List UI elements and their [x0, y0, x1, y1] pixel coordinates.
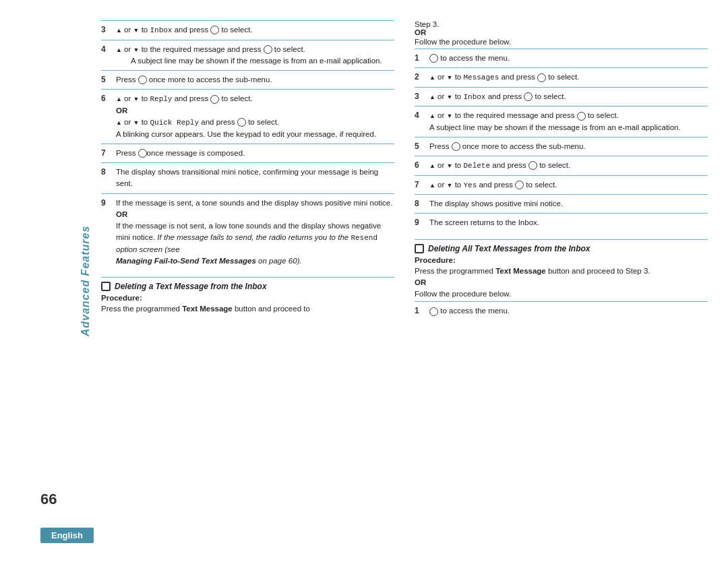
arrow-down-icon	[133, 94, 140, 102]
ok-btn-icon	[237, 118, 246, 127]
r2-step-1: 1 to access the menu.	[415, 301, 708, 320]
procedure-label: Procedure:	[101, 294, 394, 302]
ok-btn-icon	[515, 181, 524, 189]
ok-btn-icon	[264, 45, 272, 54]
step-9: 9 If the message is sent, a tone sounds …	[101, 193, 394, 271]
step-3-content: or to Inbox and press to select.	[116, 24, 394, 36]
r-step-1-content: to access the menu.	[429, 53, 708, 64]
arrow-up-icon	[429, 92, 435, 100]
r-step-num-2: 2	[415, 71, 425, 82]
main-content: 3 or to Inbox and press to select. 4 or …	[101, 20, 708, 549]
ok-btn-icon	[429, 54, 438, 63]
managing-link: Managing Fail-to-Send Text Messages	[116, 257, 256, 265]
ok-btn-icon	[210, 26, 219, 34]
sidebar-label: Advanced Features	[80, 226, 92, 337]
ok-btn-icon	[524, 92, 533, 101]
r-step-num-1: 1	[415, 53, 425, 63]
r-or-label: OR	[415, 278, 426, 286]
r2-step-num-1: 1	[415, 305, 425, 315]
r-step-4: 4 or to the required message and press t…	[415, 106, 708, 137]
r-textmessage-bold: Text Message	[495, 267, 546, 275]
arrow-down-icon	[447, 161, 453, 169]
step-6: 6 or to Reply and press to select. OR or…	[101, 89, 394, 144]
step-num-5: 5	[101, 74, 112, 84]
ok-btn-icon	[537, 73, 546, 82]
step-num-7: 7	[101, 148, 112, 158]
r-step-5-content: Press once more to access the sub-menu.	[429, 141, 708, 152]
r-step-5: 5 Press once more to access the sub-menu…	[415, 137, 708, 156]
step-num-4: 4	[101, 44, 112, 54]
ok-btn-icon	[577, 112, 586, 121]
or-label-top: OR	[415, 28, 426, 36]
r2-step-1-content: to access the menu.	[429, 305, 708, 317]
step-4-content: or to the required message and press to …	[116, 44, 394, 67]
step-8: 8 The display shows transitional mini no…	[101, 162, 394, 193]
page-number: 66	[40, 491, 57, 508]
ok-btn-icon	[138, 75, 147, 84]
inbox-mono: Inbox	[150, 26, 172, 34]
r-step-num-8: 8	[415, 198, 425, 208]
r-step-6-content: or to Delete and press to select.	[429, 160, 708, 172]
step-7-content: Press once message is composed.	[116, 148, 394, 159]
r-procedure-label: Procedure:	[415, 256, 708, 264]
r-step-8: 8 The display shows positive mini notice…	[415, 194, 708, 213]
arrow-down-icon	[447, 181, 453, 189]
arrow-up-icon	[116, 118, 122, 126]
r-step-9-content: The screen returns to the Inbox.	[429, 217, 708, 228]
step-5: 5 Press once more to access the sub-menu…	[101, 70, 394, 89]
step-7: 7 Press once message is composed.	[101, 144, 394, 162]
r-procedure-text: Press the programmed Text Message button…	[415, 266, 708, 301]
ok-btn-icon	[528, 161, 537, 170]
r-step-num-7: 7	[415, 179, 425, 189]
arrow-down-icon	[447, 73, 453, 81]
delete-mono: Delete	[463, 162, 490, 170]
step-num-8: 8	[101, 166, 112, 177]
r-step-8-content: The display shows positive mini notice.	[429, 198, 708, 210]
messages-mono: Messages	[463, 73, 499, 82]
r-step-4-sub: A subject line may be shown if the messa…	[429, 123, 681, 131]
step-6-content: or to Reply and press to select. OR or t…	[116, 93, 394, 140]
arrow-up-icon	[429, 73, 435, 81]
r-step-3: 3 or to Inbox and press to select.	[415, 87, 708, 106]
arrow-down-icon	[447, 111, 453, 119]
r-step-num-9: 9	[415, 217, 425, 227]
yes-mono: Yes	[463, 181, 477, 189]
step-num-6: 6	[101, 93, 112, 103]
arrow-down-icon	[447, 92, 453, 100]
r-step-6: 6 or to Delete and press to select.	[415, 156, 708, 175]
textmessage-bold: Text Message	[182, 305, 233, 313]
right-column: Step 3. OR Follow the procedure below. 1…	[415, 20, 708, 549]
ok-btn-icon	[452, 142, 460, 151]
ok-btn-icon	[210, 95, 219, 104]
ok-btn-icon	[138, 149, 147, 158]
reply-mono: Reply	[150, 95, 172, 103]
resend-mono: Resend	[351, 234, 377, 242]
step3-text: Step 3.	[415, 20, 439, 28]
arrow-up-icon	[116, 94, 122, 102]
page: Advanced Features 66 English 3 or to Inb…	[0, 0, 728, 562]
section1-header: Deleting a Text Message from the Inbox	[101, 277, 394, 291]
language-badge: English	[40, 528, 94, 543]
r-step-num-4: 4	[415, 110, 425, 120]
arrow-down-icon	[133, 26, 140, 34]
section2-icon	[415, 244, 424, 253]
step-num-9: 9	[101, 197, 112, 208]
step-3: 3 or to Inbox and press to select.	[101, 20, 394, 40]
arrow-up-icon	[116, 26, 122, 34]
section1-title: Deleting a Text Message from the Inbox	[115, 282, 267, 291]
ok-btn-icon	[429, 307, 438, 316]
or-label: OR	[116, 210, 127, 218]
section2-header: Deleting All Text Messages from the Inbo…	[415, 239, 708, 253]
sidebar: Advanced Features	[73, 0, 98, 562]
r-step-2-content: or to Messages and press to select.	[429, 71, 708, 84]
section2-title: Deleting All Text Messages from the Inbo…	[428, 244, 590, 253]
step-6-sub: A blinking cursor appears. Use the keypa…	[116, 130, 376, 138]
r-step-num-5: 5	[415, 141, 425, 151]
arrow-up-icon	[429, 161, 435, 169]
step-num-3: 3	[101, 24, 112, 34]
inbox-mono: Inbox	[463, 93, 485, 101]
step-9-content: If the message is sent, a tone sounds an…	[116, 197, 394, 268]
r-step-1: 1 to access the menu.	[415, 49, 708, 67]
arrow-up-icon	[116, 45, 122, 53]
r-step-3-content: or to Inbox and press to select.	[429, 91, 708, 103]
